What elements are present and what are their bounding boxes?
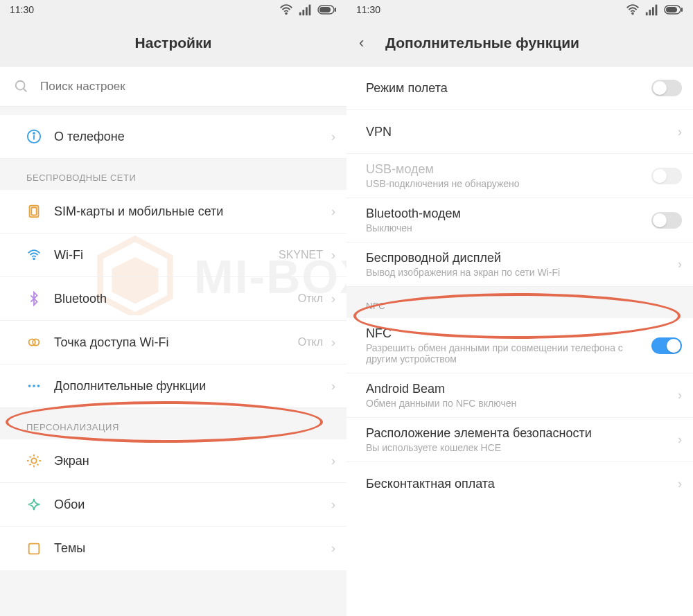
section-wireless: БЕСПРОВОДНЫЕ СЕТИ (0, 159, 346, 190)
svg-rect-4 (302, 10, 304, 15)
svg-rect-39 (681, 8, 683, 12)
battery-icon (664, 5, 683, 15)
chevron-right-icon: › (678, 477, 682, 491)
svg-rect-36 (652, 7, 654, 15)
row-wallpaper[interactable]: Обои › (0, 483, 346, 527)
status-time: 11:30 (356, 4, 380, 15)
chevron-right-icon: › (678, 432, 682, 447)
svg-point-21 (33, 385, 35, 387)
svg-rect-6 (309, 5, 311, 16)
chevron-right-icon: › (678, 388, 682, 403)
chevron-right-icon: › (331, 454, 335, 468)
row-tap-pay[interactable]: Бесконтактная оплата › (346, 462, 693, 506)
svg-point-14 (33, 133, 35, 134)
back-button[interactable]: ‹ (359, 34, 364, 52)
section-personalization: ПЕРСОНАЛИЗАЦИЯ (0, 408, 346, 439)
row-subtitle: USB-подключения не обнаружено (366, 178, 651, 189)
row-label: Wi-Fi (54, 248, 279, 263)
row-label: Bluetooth-модем (366, 206, 651, 221)
chevron-right-icon: › (331, 204, 335, 219)
header: Настройки (0, 19, 346, 67)
toggle-airplane[interactable] (651, 80, 682, 96)
bluetooth-icon (26, 291, 42, 306)
status-time: 11:30 (10, 4, 34, 15)
svg-rect-3 (299, 12, 301, 16)
row-value: Откл (298, 292, 323, 305)
row-label: Android Beam (366, 382, 678, 396)
svg-line-29 (37, 464, 39, 466)
row-android-beam[interactable]: Android Beam Обмен данными по NFC включе… (346, 373, 693, 418)
row-wireless-display[interactable]: Беспроводной дисплей Вывод изображения н… (346, 243, 693, 287)
section-nfc: NFC (346, 287, 693, 318)
row-more-functions[interactable]: Дополнительные функции › (0, 364, 346, 408)
row-airplane[interactable]: Режим полета (346, 67, 693, 110)
row-themes[interactable]: Темы › (0, 527, 346, 570)
toggle-usb (651, 168, 682, 184)
row-bt-modem[interactable]: Bluetooth-модем Выключен (346, 198, 693, 243)
svg-rect-8 (335, 8, 336, 12)
row-label: Темы (54, 541, 331, 556)
row-label: Точка доступа Wi-Fi (54, 335, 298, 350)
row-hotspot[interactable]: Точка доступа Wi-Fi Откл › (0, 321, 346, 364)
svg-point-17 (33, 258, 35, 260)
status-bar: 11:30 (346, 0, 693, 19)
search-box[interactable] (0, 67, 346, 107)
sun-icon (26, 453, 42, 468)
toggle-bt-modem[interactable] (651, 212, 682, 229)
screen-more-functions: 11:30 ‹ Дополнительные функции Режим пол… (346, 0, 693, 616)
row-display[interactable]: Экран › (0, 439, 346, 483)
hotspot-icon (26, 335, 42, 350)
row-label: Bluetooth (54, 292, 298, 306)
row-value: Откл (298, 336, 323, 349)
row-label: Дополнительные функции (54, 379, 331, 394)
svg-rect-32 (29, 543, 40, 554)
header: ‹ Дополнительные функции (346, 19, 693, 67)
row-label: Беспроводной дисплей (366, 251, 678, 265)
themes-icon (26, 541, 42, 556)
row-subtitle: Разрешить обмен данными при совмещении т… (366, 342, 651, 364)
row-wifi[interactable]: Wi-Fi SKYNET › (0, 234, 346, 277)
status-bar: 11:30 (0, 0, 346, 19)
signal-icon (644, 2, 660, 17)
row-subtitle: Выключен (366, 222, 651, 234)
wifi-icon (279, 2, 294, 17)
row-label: NFC (366, 326, 651, 341)
row-sim[interactable]: SIM-карты и мобильные сети › (0, 190, 346, 234)
chevron-right-icon: › (331, 335, 335, 350)
row-label: Обои (54, 498, 331, 512)
svg-point-10 (16, 80, 25, 89)
svg-line-30 (30, 464, 31, 466)
row-vpn[interactable]: VPN › (346, 110, 693, 154)
svg-line-11 (24, 88, 27, 91)
row-label: SIM-карты и мобильные сети (54, 204, 331, 219)
row-label: О телефоне (54, 130, 331, 144)
wifi-icon (26, 247, 42, 263)
wallpaper-icon (26, 497, 42, 512)
chevron-right-icon: › (331, 292, 335, 306)
chevron-right-icon: › (331, 130, 335, 144)
chevron-right-icon: › (331, 248, 335, 263)
chevron-right-icon: › (678, 125, 682, 139)
svg-point-20 (28, 385, 31, 387)
svg-rect-37 (656, 5, 658, 16)
chevron-right-icon: › (331, 541, 335, 556)
wifi-icon (625, 2, 640, 17)
svg-point-2 (286, 13, 287, 15)
row-subtitle: Обмен данными по NFC включен (366, 398, 678, 409)
sim-icon (26, 204, 42, 219)
row-about-phone[interactable]: О телефоне › (0, 115, 346, 159)
row-subtitle: Вы используете кошелек HCE (366, 442, 678, 453)
row-usb-modem: USB-модем USB-подключения не обнаружено (346, 154, 693, 198)
row-security-element[interactable]: Расположение элемента безопасности Вы ис… (346, 418, 693, 462)
search-input[interactable] (40, 80, 333, 94)
row-nfc[interactable]: NFC Разрешить обмен данными при совмещен… (346, 318, 693, 373)
row-label: Бесконтактная оплата (366, 477, 678, 491)
status-icons (625, 2, 683, 17)
battery-icon (317, 5, 337, 15)
toggle-nfc[interactable] (651, 337, 682, 354)
row-subtitle: Вывод изображения на экран по сети Wi-Fi (366, 267, 678, 278)
row-label: Расположение элемента безопасности (366, 426, 678, 441)
row-bluetooth[interactable]: Bluetooth Откл › (0, 277, 346, 321)
screen-settings-main: MI-BOX.RU 11:30 Настройки О телефоне › Б… (0, 0, 346, 616)
svg-rect-34 (646, 12, 648, 16)
